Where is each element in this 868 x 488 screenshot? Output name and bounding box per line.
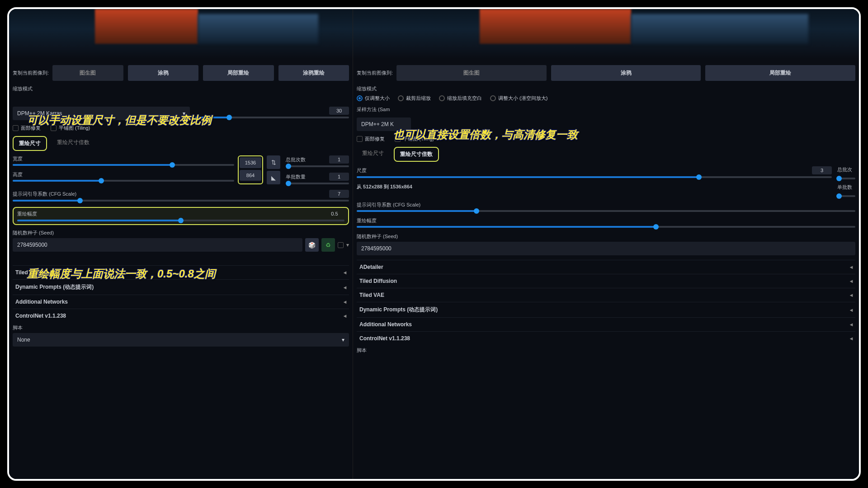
seed-input-r[interactable] (357, 242, 663, 255)
height-slider[interactable] (13, 180, 234, 182)
batch-size-slider[interactable] (286, 183, 349, 184)
preview-image-r (353, 9, 663, 59)
tab-resize-by-r[interactable]: 重绘尺寸倍数 (394, 147, 439, 162)
btn-img2img-r[interactable]: 图生图 (396, 65, 547, 81)
face-restore-check[interactable]: 面部修复 (13, 125, 41, 131)
sampler-dropdown-r[interactable]: DPM++ 2M K (357, 117, 411, 131)
btn-inpaint[interactable]: 局部重绘 (203, 65, 274, 81)
scale-range-text: 从 512x288 到 1536x864 (357, 183, 663, 190)
scale-slider[interactable] (357, 176, 663, 178)
accordion-controlnet-v1-1-238[interactable]: ControlNet v1.1.238◂ (13, 309, 349, 323)
cfg-slider[interactable] (13, 200, 349, 202)
tab-resize-to-r[interactable]: 重绘尺寸 (357, 147, 389, 162)
tab-resize-by[interactable]: 重绘尺寸倍数 (52, 136, 95, 151)
accordion-dynamic-prompts-[interactable]: Dynamic Prompts (动态提示词)◂ (357, 302, 663, 317)
face-restore-check-r[interactable]: 面部修复 (357, 136, 385, 142)
preview-image (9, 9, 353, 59)
height-value[interactable]: 864 (240, 170, 261, 181)
script-dropdown[interactable]: None▾ (13, 333, 349, 347)
resize-mode-label: 缩放模式 (13, 85, 349, 92)
seed-input[interactable] (13, 238, 302, 252)
accordion-tiled-vae[interactable]: Tiled VAE◂ (357, 288, 663, 302)
accordion-controlnet-v1-1-238[interactable]: ControlNet v1.1.238◂ (357, 331, 663, 345)
denoise-slider-r[interactable] (357, 226, 663, 228)
btn-inpaint-sketch[interactable]: 涂鸦重绘 (278, 65, 349, 81)
accordion-additional-networks[interactable]: Additional Networks◂ (13, 295, 349, 309)
triangle-left-icon: ◂ (344, 313, 346, 319)
triangle-left-icon: ◂ (344, 299, 346, 305)
btn-sketch[interactable]: 涂鸦 (128, 65, 198, 81)
btn-sketch-r[interactable]: 涂鸦 (551, 65, 663, 81)
accordion-dynamic-prompts-[interactable]: Dynamic Prompts (动态提示词)◂ (13, 279, 349, 295)
radio-latent[interactable]: 调整大小 (潜空间放大) (490, 95, 547, 102)
triangle-left-icon: ◂ (344, 269, 346, 276)
chevron-down-icon: ▾ (183, 110, 185, 117)
radio-fill[interactable]: 缩放后填充空白 (439, 95, 482, 102)
recycle-button[interactable]: ♻ (321, 238, 335, 252)
batch-count-slider[interactable] (286, 165, 349, 167)
triangle-button[interactable]: ◣ (267, 171, 280, 184)
dice-button[interactable]: 🎲 (305, 238, 319, 252)
accordion-tiled-vae[interactable]: Tiled VAE◂ (13, 265, 349, 279)
chevron-down-icon[interactable]: ▾ (346, 242, 349, 248)
tiling-check[interactable]: 平铺图 (Tiling) (51, 125, 90, 131)
btn-img2img[interactable]: 图生图 (52, 65, 123, 81)
extra-seed-check[interactable] (338, 242, 344, 248)
width-slider[interactable] (13, 164, 234, 166)
swap-dims-button[interactable]: ⇅ (267, 155, 280, 169)
dimension-values-highlight: 1536 864 (238, 155, 263, 184)
denoise-highlight: 重绘幅度0.5 (13, 207, 349, 225)
tiling-check-r[interactable]: 平铺图 (Tiling) (395, 136, 434, 142)
steps-slider[interactable] (195, 117, 349, 118)
accordion-adetailer[interactable]: ADetailer◂ (357, 260, 663, 274)
accordion-tiled-diffusion[interactable]: Tiled Diffusion◂ (357, 274, 663, 288)
denoise-slider[interactable] (17, 220, 344, 221)
sampler-dropdown[interactable]: DPM++ 2M Karras ▾ (13, 107, 190, 120)
chevron-down-icon: ▾ (342, 337, 344, 343)
radio-just-resize[interactable]: 仅调整大小 (357, 95, 390, 102)
cfg-slider-r[interactable] (357, 210, 663, 212)
width-value[interactable]: 1536 (240, 157, 261, 168)
triangle-left-icon: ◂ (344, 284, 346, 291)
copy-label: 复制当前图像到: (13, 70, 49, 76)
steps-value[interactable]: 30 (329, 107, 349, 115)
tab-resize-to[interactable]: 重绘尺寸 (13, 136, 47, 151)
radio-crop[interactable]: 裁剪后缩放 (398, 95, 431, 102)
accordion-additional-networks[interactable]: Additional Networks◂ (357, 317, 663, 331)
